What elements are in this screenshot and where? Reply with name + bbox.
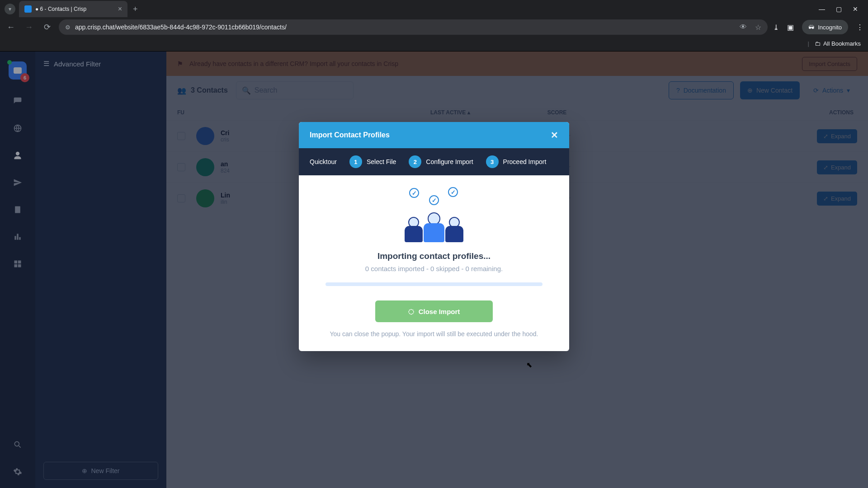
tab-title: ● 6 - Contacts | Crisp xyxy=(35,6,114,12)
step-number: 1 xyxy=(349,155,362,168)
close-import-label: Close Import xyxy=(419,308,460,315)
browser-chrome: ▾ ● 6 - Contacts | Crisp × + — ▢ ✕ ← → ⟳… xyxy=(0,0,868,52)
step-label: Select File xyxy=(367,158,396,165)
url-text: app.crisp.chat/website/6833ae5b-844d-4c9… xyxy=(75,23,287,31)
step-proceed[interactable]: 3 Proceed Import xyxy=(486,155,547,168)
modal-header: Import Contact Profiles ✕ xyxy=(299,122,569,148)
tab-close-icon[interactable]: × xyxy=(118,5,122,13)
minimize-icon[interactable]: — xyxy=(819,5,825,13)
check-icon xyxy=(429,195,439,205)
step-configure[interactable]: 2 Configure Import xyxy=(409,155,473,168)
reload-icon[interactable]: ⟳ xyxy=(41,22,53,32)
check-icon xyxy=(448,187,458,197)
app-root: 6 ☰ Advanced Filter ⊕ New Filter ⚑ Alrea… xyxy=(0,52,868,488)
quicktour-link[interactable]: Quicktour xyxy=(310,158,337,165)
browser-tab[interactable]: ● 6 - Contacts | Crisp × xyxy=(19,1,127,17)
bookmarks-bar: | 🗀 All Bookmarks xyxy=(0,36,868,52)
side-panel-icon[interactable]: ▣ xyxy=(787,23,794,32)
all-bookmarks-button[interactable]: 🗀 All Bookmarks xyxy=(815,40,861,47)
eye-off-icon[interactable]: 👁 xyxy=(740,23,747,32)
progress-bar xyxy=(326,282,542,286)
step-label: Proceed Import xyxy=(503,158,547,165)
url-input[interactable]: ⚙ app.crisp.chat/website/6833ae5b-844d-4… xyxy=(59,19,768,35)
incognito-label: Incognito xyxy=(818,24,842,31)
incognito-icon: 🕶 xyxy=(808,24,814,31)
modal-hint: You can close the popup. Your import wil… xyxy=(312,330,556,338)
new-tab-button[interactable]: + xyxy=(133,5,138,14)
close-icon[interactable]: ✕ xyxy=(551,130,558,141)
modal-title: Import Contact Profiles xyxy=(310,131,390,139)
check-icon xyxy=(409,188,419,198)
close-import-button[interactable]: ◌ Close Import xyxy=(375,300,493,322)
modal-steps: Quicktour 1 Select File 2 Configure Impo… xyxy=(299,148,569,175)
menu-icon[interactable]: ⋮ xyxy=(856,23,863,32)
import-modal: Import Contact Profiles ✕ Quicktour 1 Se… xyxy=(299,122,569,351)
close-window-icon[interactable]: ✕ xyxy=(853,5,858,13)
tab-bar: ▾ ● 6 - Contacts | Crisp × + — ▢ ✕ xyxy=(0,0,868,18)
back-icon[interactable]: ← xyxy=(5,23,17,32)
import-illustration xyxy=(405,188,463,242)
spinner-icon: ◌ xyxy=(408,307,414,315)
modal-status-text: 0 contacts imported - 0 skipped - 0 rema… xyxy=(312,265,556,272)
bookmark-star-icon[interactable]: ☆ xyxy=(755,23,761,32)
modal-body: Importing contact profiles... 0 contacts… xyxy=(299,175,569,351)
site-info-icon[interactable]: ⚙ xyxy=(65,24,71,31)
all-bookmarks-label: All Bookmarks xyxy=(823,40,861,47)
step-select-file[interactable]: 1 Select File xyxy=(349,155,396,168)
forward-icon[interactable]: → xyxy=(23,23,35,32)
window-controls: — ▢ ✕ xyxy=(819,5,863,13)
modal-body-title: Importing contact profiles... xyxy=(312,251,556,261)
folder-icon: 🗀 xyxy=(815,40,821,47)
step-label: Configure Import xyxy=(426,158,473,165)
tab-search-dropdown[interactable]: ▾ xyxy=(5,4,15,14)
step-number: 2 xyxy=(409,155,421,168)
address-bar: ← → ⟳ ⚙ app.crisp.chat/website/6833ae5b-… xyxy=(0,18,868,36)
step-number: 3 xyxy=(486,155,499,168)
maximize-icon[interactable]: ▢ xyxy=(836,5,842,13)
incognito-chip[interactable]: 🕶 Incognito xyxy=(802,20,848,34)
tab-favicon xyxy=(24,5,32,13)
downloads-icon[interactable]: ⤓ xyxy=(773,23,779,32)
